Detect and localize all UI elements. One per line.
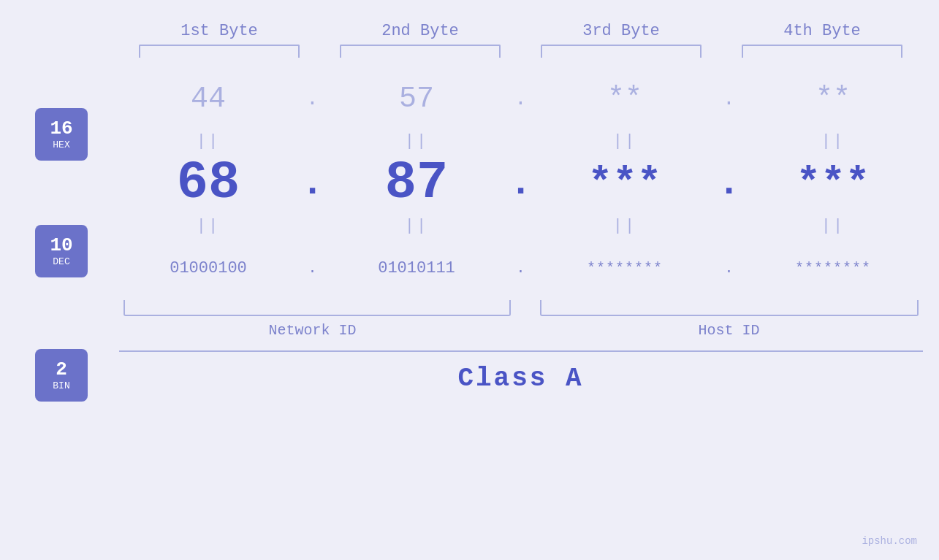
bin-b2: 01010111 xyxy=(378,259,455,277)
badge-bin-num: 2 xyxy=(56,359,67,380)
badge-dec-label: DEC xyxy=(53,256,69,267)
badge-bin: 2 BIN xyxy=(35,349,88,402)
col-header-2: 2nd Byte xyxy=(320,22,521,40)
sep-row-1: || || || || xyxy=(119,128,923,154)
bin-dot-3: . xyxy=(715,260,744,277)
footer-text: ipshu.com xyxy=(862,535,917,547)
dec-b1: 68 xyxy=(177,153,240,213)
sep-1-b1: || xyxy=(119,132,298,150)
dec-dot-2: . xyxy=(506,162,536,205)
network-bracket xyxy=(123,300,511,316)
badge-hex-label: HEX xyxy=(53,139,69,150)
hex-dot-2: . xyxy=(506,88,536,110)
badge-dec-num: 10 xyxy=(50,235,72,256)
class-section: Class A xyxy=(119,350,923,394)
sep-1-b2: || xyxy=(327,132,506,150)
sep-2-b1: || xyxy=(119,217,298,235)
sep-2-b4: || xyxy=(744,217,923,235)
column-headers: 1st Byte 2nd Byte 3rd Byte 4th Byte xyxy=(119,22,923,40)
hex-b2: 57 xyxy=(399,83,434,115)
badge-dec: 10 DEC xyxy=(35,225,88,277)
sep-2-b3: || xyxy=(536,217,715,235)
hex-b4: ** xyxy=(816,83,851,115)
hex-dot-1: . xyxy=(298,88,327,110)
id-labels: Network ID Host ID xyxy=(119,322,923,339)
badge-hex: 16 HEX xyxy=(35,108,88,161)
sep-row-2: || || || || xyxy=(119,212,923,239)
bin-b1: 01000100 xyxy=(170,259,247,277)
hex-row: 44 . 57 . ** . ** xyxy=(119,69,923,128)
col-header-4: 4th Byte xyxy=(722,22,923,40)
hex-b3: ** xyxy=(607,83,642,115)
top-brackets xyxy=(119,40,923,62)
bin-row: 01000100 . 01010111 . ******** . *******… xyxy=(119,239,923,297)
badge-hex-num: 16 xyxy=(50,118,72,139)
network-id-label: Network ID xyxy=(119,322,506,339)
dec-dot-1: . xyxy=(298,162,327,205)
sep-2-b2: || xyxy=(327,217,506,235)
footer: ipshu.com xyxy=(862,535,917,547)
host-bracket xyxy=(540,300,919,316)
dec-dot-3: . xyxy=(715,162,744,205)
bin-dot-2: . xyxy=(506,260,536,277)
col-header-1: 1st Byte xyxy=(119,22,320,40)
dec-b4: *** xyxy=(797,160,870,207)
dec-b3: *** xyxy=(588,160,662,207)
sep-1-b3: || xyxy=(536,132,715,150)
dec-row: 68 . 87 . *** . *** xyxy=(119,154,923,212)
sep-1-b4: || xyxy=(744,132,923,150)
hex-dot-3: . xyxy=(715,88,744,110)
dec-b2: 87 xyxy=(385,153,448,213)
hex-b1: 44 xyxy=(191,83,226,115)
main-container: 16 HEX 10 DEC 2 BIN 1st Byte 2nd Byte 3r… xyxy=(0,0,939,560)
bin-b3: ******** xyxy=(587,260,663,277)
badge-bin-label: BIN xyxy=(53,380,69,391)
class-label: Class A xyxy=(457,364,583,394)
bin-b4: ******** xyxy=(795,260,871,277)
bottom-bracket-area xyxy=(119,300,923,316)
col-header-3: 3rd Byte xyxy=(521,22,722,40)
bin-dot-1: . xyxy=(298,260,327,277)
host-id-label: Host ID xyxy=(536,322,923,339)
